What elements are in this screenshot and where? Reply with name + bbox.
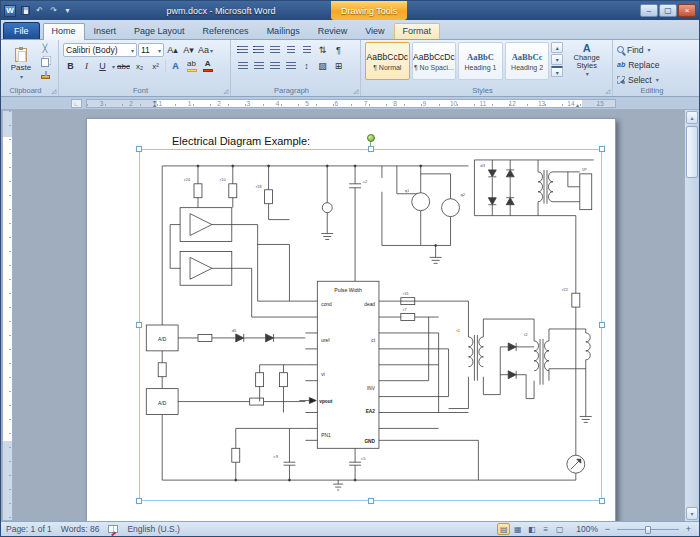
resize-handle-sw[interactable] <box>136 498 142 504</box>
scroll-up-button[interactable]: ▴ <box>686 111 698 124</box>
scrollbar-thumb[interactable] <box>686 126 698 178</box>
shrink-font-button[interactable]: A▾ <box>181 43 196 57</box>
cut-button[interactable]: ╳ <box>38 42 52 55</box>
show-hide-button[interactable]: ¶ <box>331 43 346 57</box>
tab-insert[interactable]: Insert <box>85 23 126 39</box>
select-button[interactable]: Select ▾ <box>617 73 695 86</box>
bullets-button[interactable] <box>235 43 250 57</box>
undo-button[interactable]: ↶ <box>33 4 46 17</box>
tab-file[interactable]: File <box>3 22 40 39</box>
outline-view-button[interactable]: ≡ <box>539 523 552 535</box>
style-normal[interactable]: AaBbCcDc ¶ Normal <box>365 42 410 80</box>
tab-mailings[interactable]: Mailings <box>258 23 309 39</box>
underline-button[interactable]: U <box>95 59 110 73</box>
superscript-button[interactable]: x² <box>148 59 163 73</box>
style-heading-2[interactable]: AaBbCc Heading 2 <box>505 42 550 80</box>
replace-button[interactable]: ab Replace <box>617 58 695 71</box>
align-center-button[interactable] <box>251 59 266 73</box>
tab-format[interactable]: Format <box>394 23 441 39</box>
close-button[interactable]: × <box>678 4 696 17</box>
minimize-button[interactable]: – <box>640 4 658 17</box>
text-effects-button[interactable]: A <box>168 59 183 73</box>
resize-handle-se[interactable] <box>599 498 605 504</box>
resize-handle-ne[interactable] <box>599 146 605 152</box>
tab-references[interactable]: References <box>194 23 258 39</box>
tab-page-layout[interactable]: Page Layout <box>125 23 194 39</box>
vertical-ruler[interactable] <box>2 110 13 521</box>
font-color-button[interactable]: A <box>200 59 215 73</box>
full-screen-reading-view-button[interactable]: ▦ <box>511 523 524 535</box>
style-no-spacing[interactable]: AaBbCcDc ¶ No Spaci... <box>412 42 457 80</box>
zoom-slider[interactable] <box>617 525 679 534</box>
underline-dropdown-icon[interactable]: ▾ <box>112 63 115 70</box>
tab-home[interactable]: Home <box>43 23 85 40</box>
circuit-diagram[interactable]: Pulse Width cond uref vi vpout PN1 dead … <box>140 150 601 500</box>
multilevel-list-button[interactable] <box>267 43 282 57</box>
vertical-scrollbar[interactable]: ▴ ▾ <box>684 110 699 521</box>
grow-font-button[interactable]: A▴ <box>165 43 180 57</box>
qat-dropdown[interactable]: ▾ <box>61 4 74 17</box>
align-right-button[interactable] <box>267 59 282 73</box>
change-case-button[interactable]: Aa ▾ <box>197 43 214 57</box>
drawing-canvas[interactable]: Pulse Width cond uref vi vpout PN1 dead … <box>139 149 602 501</box>
redo-button[interactable]: ↷ <box>47 4 60 17</box>
subscript-button[interactable]: x₂ <box>132 59 147 73</box>
highlight-color-button[interactable]: ab <box>184 59 199 73</box>
proofing-status-icon[interactable] <box>108 525 118 533</box>
zoom-slider-thumb[interactable] <box>645 526 651 534</box>
resize-handle-s[interactable] <box>368 498 374 504</box>
line-spacing-button[interactable]: ↕ <box>299 59 314 73</box>
italic-button[interactable]: I <box>79 59 94 73</box>
styles-dialog-launcher[interactable]: ◿ <box>605 88 610 95</box>
shading-button[interactable]: ▨ <box>315 59 330 73</box>
clipboard-dialog-launcher[interactable]: ◿ <box>51 88 56 95</box>
decrease-indent-button[interactable] <box>283 43 298 57</box>
hanging-indent-marker[interactable]: ▴ <box>153 103 156 107</box>
print-layout-view-button[interactable]: ▤ <box>497 523 510 535</box>
font-size-combo[interactable]: 11 ▾ <box>138 43 164 57</box>
style-heading-1[interactable]: AaBbC Heading 1 <box>458 42 503 80</box>
right-indent-marker[interactable]: ▴ <box>576 103 579 107</box>
resize-handle-e[interactable] <box>599 322 605 328</box>
tab-review[interactable]: Review <box>309 23 357 39</box>
horizontal-ruler[interactable]: 32 11 23 45 67 89 1011 1213 1415 ▾ ▴ ▴ <box>86 99 616 108</box>
maximize-button[interactable]: ▢ <box>659 4 677 17</box>
web-layout-view-button[interactable]: ◧ <box>525 523 538 535</box>
paragraph-dialog-launcher[interactable]: ◿ <box>353 88 358 95</box>
document-page[interactable]: Electrical Diagram Example: <box>86 118 616 521</box>
styles-scroll-down-button[interactable]: ▾ <box>551 54 563 65</box>
zoom-level[interactable]: 100% <box>576 524 598 534</box>
resize-handle-n[interactable] <box>368 146 374 152</box>
resize-handle-nw[interactable] <box>136 146 142 152</box>
numbering-button[interactable] <box>251 43 266 57</box>
increase-indent-button[interactable] <box>299 43 314 57</box>
font-dialog-launcher[interactable]: ◿ <box>223 88 228 95</box>
align-left-button[interactable] <box>235 59 250 73</box>
rotate-handle[interactable] <box>367 134 375 142</box>
word-count[interactable]: Words: 86 <box>61 524 100 534</box>
paste-button[interactable]: Paste ▾ <box>5 42 37 86</box>
format-painter-button[interactable] <box>38 70 52 83</box>
strikethrough-button[interactable]: abc <box>116 59 131 73</box>
language-indicator[interactable]: English (U.S.) <box>127 524 179 534</box>
borders-button[interactable]: ⊞ <box>331 59 346 73</box>
change-styles-button[interactable]: A Change Styles ▾ <box>565 42 608 86</box>
sort-button[interactable]: ⇅ <box>315 43 330 57</box>
zoom-out-button[interactable]: − <box>602 524 613 535</box>
save-button[interactable] <box>19 4 32 17</box>
styles-scroll-up-button[interactable]: ▴ <box>551 42 563 53</box>
page-indicator[interactable]: Page: 1 of 1 <box>6 524 52 534</box>
document-heading-text[interactable]: Electrical Diagram Example: <box>172 135 310 147</box>
scroll-down-button[interactable]: ▾ <box>686 507 698 520</box>
draft-view-button[interactable]: ▢ <box>553 523 566 535</box>
tab-view[interactable]: View <box>356 23 393 39</box>
resize-handle-w[interactable] <box>136 322 142 328</box>
zoom-in-button[interactable]: + <box>683 524 694 535</box>
bold-button[interactable]: B <box>63 59 78 73</box>
find-button[interactable]: Find ▾ <box>617 43 695 56</box>
copy-button[interactable] <box>38 56 52 69</box>
tab-stop-selector[interactable]: ∟ <box>71 99 82 108</box>
styles-more-button[interactable]: ▾ <box>551 66 563 77</box>
justify-button[interactable] <box>283 59 298 73</box>
font-name-combo[interactable]: Calibri (Body) ▾ <box>63 43 137 57</box>
